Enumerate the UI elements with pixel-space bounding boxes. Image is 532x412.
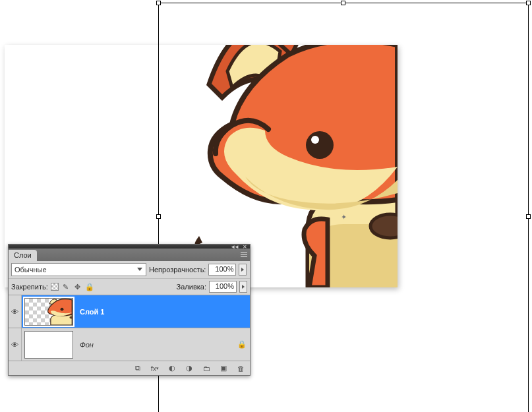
chevron-right-icon bbox=[242, 285, 245, 289]
opacity-stepper[interactable] bbox=[239, 264, 247, 276]
new-group-button[interactable]: 🗀 bbox=[201, 363, 212, 374]
fill-label: Заливка: bbox=[177, 283, 206, 291]
opacity-label: Непрозрачность: bbox=[149, 266, 206, 274]
transform-handle-top-left[interactable] bbox=[156, 1, 161, 5]
layer-mask-button[interactable]: ◐ bbox=[167, 363, 177, 374]
tab-layers[interactable]: Слои bbox=[9, 250, 37, 261]
layer-row[interactable]: 👁 Слой 1 bbox=[9, 295, 250, 328]
svg-point-2 bbox=[311, 136, 319, 144]
visibility-toggle[interactable]: 👁 bbox=[9, 328, 22, 361]
layer-row[interactable]: 👁 Фон 🔒 bbox=[9, 328, 250, 361]
blend-mode-value: Обычные bbox=[15, 266, 47, 274]
layer-name[interactable]: Фон bbox=[76, 341, 234, 349]
lock-transparency-icon[interactable] bbox=[51, 283, 59, 291]
chevron-down-icon bbox=[137, 268, 142, 271]
fill-stepper[interactable] bbox=[239, 281, 247, 293]
layers-panel: ◄◄ ✕ Слои Обычные Непрозрачность: 100% З… bbox=[8, 244, 251, 376]
lock-position-icon[interactable]: ✥ bbox=[73, 282, 82, 291]
link-layers-button[interactable]: ⧉ bbox=[133, 363, 143, 374]
opacity-input[interactable]: 100% bbox=[208, 264, 236, 276]
svg-point-3 bbox=[61, 307, 64, 310]
lock-label: Закрепить: bbox=[11, 283, 48, 291]
layer-fx-button[interactable]: fx▾ bbox=[150, 363, 160, 374]
layers-list: 👁 Слой 1 👁 Фон 🔒 bbox=[9, 295, 250, 361]
menu-icon bbox=[241, 252, 247, 258]
visibility-toggle[interactable]: 👁 bbox=[9, 295, 22, 328]
layer-thumbnail[interactable] bbox=[24, 298, 73, 326]
eye-icon: 👁 bbox=[11, 341, 18, 349]
lock-pixels-icon[interactable]: ✎ bbox=[61, 282, 71, 291]
panel-footer: ⧉ fx▾ ◐ ◑ 🗀 ▣ 🗑 bbox=[9, 361, 250, 375]
blend-mode-select[interactable]: Обычные bbox=[11, 263, 146, 276]
close-icon[interactable]: ✕ bbox=[243, 244, 247, 250]
delete-layer-button[interactable]: 🗑 bbox=[235, 363, 246, 374]
lock-indicator: 🔒 bbox=[234, 340, 250, 349]
fill-input[interactable]: 100% bbox=[209, 281, 237, 293]
transform-handle-top-right[interactable] bbox=[526, 1, 531, 5]
svg-point-1 bbox=[306, 131, 334, 159]
chevron-right-icon bbox=[241, 268, 244, 272]
collapse-icon[interactable]: ◄◄ bbox=[230, 244, 238, 250]
new-layer-button[interactable]: ▣ bbox=[218, 363, 229, 374]
eye-icon: 👁 bbox=[11, 308, 18, 316]
adjustment-layer-button[interactable]: ◑ bbox=[184, 363, 194, 374]
lock-icon: 🔒 bbox=[237, 340, 247, 348]
layer-name[interactable]: Слой 1 bbox=[76, 308, 250, 316]
transform-handle-top-mid[interactable] bbox=[341, 1, 345, 5]
svg-point-0 bbox=[370, 214, 398, 238]
layer-thumbnail[interactable] bbox=[24, 331, 73, 359]
panel-menu-button[interactable] bbox=[238, 249, 250, 261]
transform-handle-mid-right[interactable] bbox=[526, 214, 531, 219]
panel-titlebar[interactable]: ◄◄ ✕ bbox=[9, 245, 250, 249]
lock-all-icon[interactable]: 🔒 bbox=[85, 282, 94, 291]
